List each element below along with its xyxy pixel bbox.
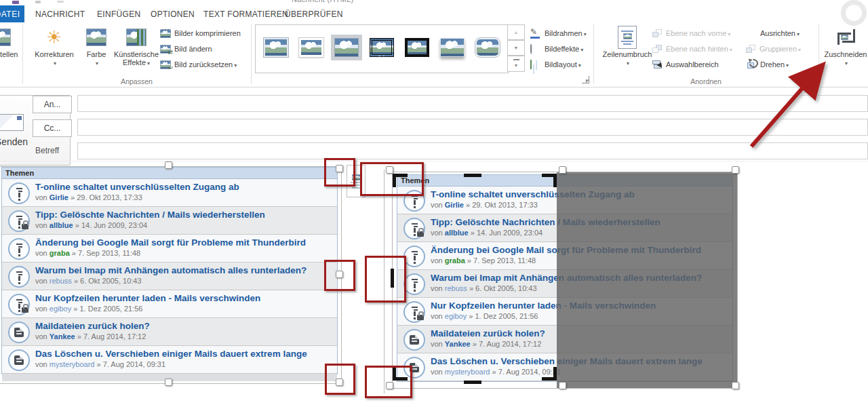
crop-handle-top-center[interactable]: [464, 174, 481, 177]
picture-style-shadow-box[interactable]: [332, 31, 361, 64]
cropping-image-frame[interactable]: Themen T-online schaltet unverschlüsselt…: [392, 172, 738, 389]
topic-announce-icon: [8, 349, 30, 371]
selection-pane-button[interactable]: Auswahlbereich: [652, 58, 719, 71]
gallery-scroll-up-button[interactable]: ▲: [507, 24, 525, 40]
picture-effects-button[interactable]: Bildeffekte: [530, 42, 583, 56]
crop-icon: [837, 29, 854, 45]
topic-author-link[interactable]: Yankee: [50, 332, 75, 341]
resize-handle-top-center[interactable]: [559, 166, 566, 174]
topic-author-link[interactable]: Girlie: [50, 193, 68, 201]
picture-style-frame-white-mat[interactable]: [296, 31, 326, 64]
topic-author-link[interactable]: allblue: [445, 229, 469, 237]
tab-optionen[interactable]: OPTIONEN: [151, 5, 195, 22]
topic-announce-icon: [403, 329, 425, 351]
reset-picture-button[interactable]: ↩ Bild zurücksetzen: [160, 58, 237, 71]
tab-file[interactable]: DATEI: [0, 5, 24, 22]
topic-title-link[interactable]: Änderung bei Google Mail sorgt für Probl…: [35, 237, 306, 248]
topic-title-link[interactable]: Nur Kopfzeilen herunter laden - Mails ve…: [35, 293, 260, 304]
topic-title-link[interactable]: Tipp: Gelöschte Nachrichten / Mails wied…: [35, 210, 265, 220]
crop-button[interactable]: Zuschneiden: [824, 24, 867, 77]
topic-author-link[interactable]: allblue: [50, 221, 73, 229]
rotate-button[interactable]: Drehen: [746, 58, 789, 71]
ribbon-tab-bar: DATEI NACHRICHT EINFÜGEN OPTIONEN TEXT F…: [0, 5, 868, 22]
topic-title-link[interactable]: Maildateien zurück holen?: [35, 321, 150, 332]
group-label-anordnen: Anordnen: [593, 77, 818, 85]
topic-byline: von rebuss » 6. Okt 2005, 10:43: [35, 277, 307, 285]
topic-author-link[interactable]: rebuss: [50, 277, 72, 285]
topic-row: T-online schaltet unverschlüsselten Zuga…: [2, 179, 337, 207]
group-separator: [818, 24, 819, 84]
resize-handle-bottom-right[interactable]: [732, 382, 739, 389]
quick-access-icon[interactable]: [57, 1, 64, 3]
topic-author-link[interactable]: mysteryboard: [445, 368, 490, 376]
picture-icon: [86, 28, 106, 46]
quick-access-icon[interactable]: [35, 1, 41, 3]
to-button[interactable]: An...: [33, 96, 72, 113]
lock-icon: [22, 307, 28, 313]
topic-title-link[interactable]: Maildateien zurück holen?: [431, 328, 545, 339]
quick-access-icon[interactable]: [12, 1, 19, 4]
artistic-effects-button[interactable]: Künstlerische Effekte: [114, 24, 159, 77]
crop-handle-top-right[interactable]: [542, 174, 557, 187]
cc-input[interactable]: [77, 119, 868, 136]
color-button[interactable]: Farbe: [80, 24, 113, 77]
resize-handle-top-right[interactable]: [732, 166, 739, 174]
tab-text-formatieren[interactable]: TEXT FORMATIEREN: [203, 5, 288, 22]
topic-author-link[interactable]: rebuss: [445, 284, 467, 292]
artistic-effects-icon: [126, 28, 146, 46]
cc-button[interactable]: Cc...: [33, 119, 72, 137]
tab-ueberpruefen[interactable]: ÜBERPRÜFEN: [285, 5, 343, 22]
resize-handle-bottom-center[interactable]: [559, 382, 566, 389]
annotation-box-bottom-right-handle: [325, 364, 355, 395]
topic-author-link[interactable]: egiboy: [445, 312, 467, 320]
resize-handle-bottom-center[interactable]: [165, 379, 172, 386]
topic-title-link[interactable]: T-online schaltet unverschlüsselten Zuga…: [35, 182, 239, 193]
annotation-box-top-right-handle: [324, 158, 355, 187]
picture-layout-button[interactable]: Bildlayout: [530, 58, 581, 71]
picture-style-frame-thick-black[interactable]: [402, 31, 432, 64]
picture-style-rounded-corners[interactable]: [473, 31, 502, 64]
subject-label: Betreff: [35, 146, 59, 155]
topic-announce-icon: [403, 246, 425, 267]
reset-picture-icon: ↩: [160, 60, 171, 69]
topic-author-link[interactable]: egiboy: [50, 305, 71, 313]
resize-handle-top-center[interactable]: [165, 161, 172, 169]
annotation-box-crop-bottom-left: [365, 366, 412, 398]
topic-byline: von Girlie » 29. Okt 2013, 17:33: [35, 193, 239, 201]
topic-author-link[interactable]: graba: [445, 256, 465, 265]
gallery-scroll-down-button[interactable]: ▼: [507, 40, 525, 56]
lock-icon: [22, 224, 28, 229]
wrap-text-button[interactable]: Zeilenumbruch: [602, 24, 652, 77]
topic-byline: von mysteryboard » 7. Aug 2014, 09:31: [35, 360, 307, 368]
crop-handle-bottom-right[interactable]: [542, 367, 557, 381]
group-objects-icon: [746, 45, 756, 54]
topic-title-link[interactable]: Warum bei Imap mit Anhängen automatisch …: [35, 265, 307, 276]
window-ornament-ring-icon: [841, 0, 867, 26]
align-button[interactable]: Ausrichten: [746, 26, 800, 40]
tab-einfuegen[interactable]: EINFÜGEN: [97, 5, 140, 22]
topic-title-link[interactable]: Das Löschen u. Verschieben einiger Mails…: [35, 349, 307, 360]
crop-handle-bottom-center[interactable]: [464, 381, 481, 384]
topic-author-link[interactable]: Girlie: [445, 201, 464, 209]
corrections-button[interactable]: ☀ Korrekturen: [30, 24, 79, 77]
topic-row: Das Löschen u. Verschieben einiger Mails…: [2, 346, 337, 374]
topic-author-link[interactable]: Yankee: [445, 340, 471, 348]
topic-announce-icon: [403, 301, 425, 323]
topic-author-link[interactable]: mysteryboard: [50, 360, 95, 368]
picture-style-frame-double-black[interactable]: [367, 31, 397, 64]
tab-nachricht[interactable]: NACHRICHT: [35, 5, 85, 22]
gallery-more-button[interactable]: ▼: [507, 56, 525, 72]
remove-background-button[interactable]: Freistellen: [0, 24, 24, 77]
change-picture-button[interactable]: ⇄ Bild ändern: [160, 42, 212, 56]
picture-style-plain-shadow[interactable]: [437, 31, 467, 64]
annotation-box-middle-right-handle: [324, 260, 355, 291]
topic-author-link[interactable]: graba: [50, 249, 70, 257]
to-input[interactable]: [77, 95, 868, 112]
picture-border-button[interactable]: ✎ Bildrahmen: [530, 26, 587, 40]
subject-input[interactable]: [77, 142, 868, 159]
picture-style-frame-light[interactable]: [261, 31, 291, 64]
group-label-anpassen: Anpassen: [22, 77, 251, 85]
compress-pictures-button[interactable]: Bilder komprimieren: [160, 26, 241, 40]
note-icon: [14, 355, 24, 365]
styles-dialog-launcher-icon[interactable]: [582, 76, 589, 83]
